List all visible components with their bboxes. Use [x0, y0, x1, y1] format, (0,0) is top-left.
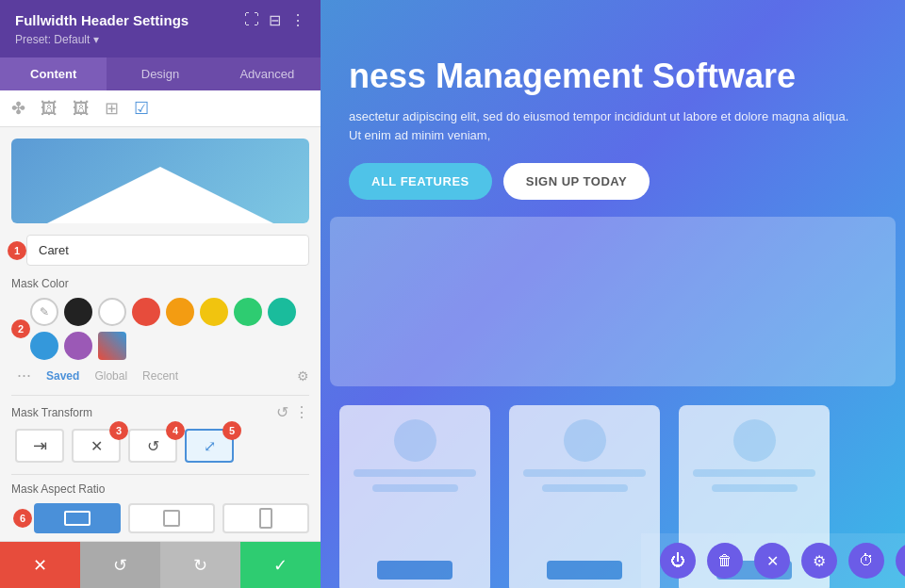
badge-1: 1 — [8, 241, 26, 260]
mask-transform-label: Mask Transform — [11, 406, 92, 419]
color-purple[interactable] — [64, 332, 92, 360]
all-features-button[interactable]: ALL FEATURES — [349, 163, 492, 200]
caret-shape — [47, 167, 273, 223]
color-yellow[interactable] — [200, 298, 228, 326]
wf-circle-2 — [564, 419, 606, 462]
panel-title: Fullwidth Header Settings — [15, 12, 189, 28]
aspect-wide-button[interactable] — [34, 503, 121, 533]
toolbar-icons-group: ⏻ 🗑 ✕ ⚙ ⏱ ≡ — [660, 543, 905, 579]
mask-shape-preview — [11, 139, 309, 223]
settings-button[interactable]: ⚙ — [801, 543, 837, 579]
badge-3: 3 — [109, 421, 128, 440]
color-eyedropper[interactable]: ✎ — [30, 298, 58, 326]
cursor-icon-tab[interactable]: ✤ — [11, 98, 25, 119]
tab-advanced[interactable]: Advanced — [214, 57, 321, 90]
rotate-button[interactable]: ↺ 4 — [128, 429, 177, 463]
cancel-button[interactable]: ✕ — [0, 542, 80, 588]
flip-h-button[interactable]: ⇥ — [15, 429, 64, 463]
color-swatches-row: 2 ✎ — [11, 298, 309, 360]
color-settings-icon[interactable]: ⚙ — [297, 368, 309, 384]
scale-button[interactable]: ⤢ 5 — [185, 429, 234, 463]
badge-6: 6 — [13, 509, 32, 528]
color-black[interactable] — [64, 298, 92, 326]
color-orange[interactable] — [166, 298, 194, 326]
panel-header: Fullwidth Header Settings ⛶ ⊟ ⋮ Preset: … — [0, 0, 321, 57]
color-teal[interactable] — [268, 298, 296, 326]
aspect-square-button[interactable] — [128, 503, 215, 533]
panel-body: 1 Caret Triangle Wave Arrow Mask Color 2… — [0, 235, 321, 541]
color-white[interactable] — [98, 298, 126, 326]
preview-content: ness Management Software asectetur adipi… — [321, 0, 905, 247]
tab-design[interactable]: Design — [107, 57, 213, 90]
close-button[interactable]: ✕ — [754, 543, 790, 579]
color-green[interactable] — [234, 298, 262, 326]
badge-5: 5 — [222, 421, 241, 440]
history-button[interactable]: ⏱ — [848, 543, 884, 579]
panel-bottom-bar: ✕ ↺ ↻ ✓ — [0, 541, 321, 588]
color-gradient-picker[interactable] — [98, 332, 126, 360]
aspect-ratio-row: 6 — [11, 503, 309, 533]
wf-line-3 — [523, 469, 646, 477]
color-tab-recent[interactable]: Recent — [142, 369, 178, 383]
tab-content[interactable]: Content — [0, 57, 107, 90]
color-red[interactable] — [132, 298, 160, 326]
settings-panel: Fullwidth Header Settings ⛶ ⊟ ⋮ Preset: … — [0, 0, 321, 588]
power-button[interactable]: ⏻ — [660, 543, 696, 579]
tall-icon — [259, 508, 272, 529]
divider-1 — [11, 395, 309, 396]
color-tabs-row: ··· Saved Global Recent ⚙ — [11, 366, 309, 385]
transform-buttons-row: ⇥ ✕ 3 ↺ 4 ⤢ 5 — [11, 429, 309, 463]
color-blue[interactable] — [30, 332, 58, 360]
panel-tabs: Content Design Advanced — [0, 57, 321, 90]
fullscreen-icon[interactable]: ⛶ — [244, 11, 259, 29]
sign-up-button[interactable]: SIGN UP TODAY — [503, 163, 650, 200]
mask-transform-action-icons: ↺ ⋮ — [276, 403, 309, 421]
wide-icon — [64, 511, 90, 526]
mask-preview — [11, 139, 309, 223]
wf-line-4 — [542, 484, 628, 492]
reset-icon[interactable]: ↺ — [276, 403, 288, 421]
wf-circle-1 — [394, 419, 436, 462]
more-icon[interactable]: ⋮ — [290, 11, 305, 29]
wf-btn-2 — [547, 561, 622, 580]
mask-transform-row: Mask Transform ↺ ⋮ — [11, 403, 309, 421]
preview-buttons: ALL FEATURES SIGN UP TODAY — [349, 163, 877, 200]
mask-color-label: Mask Color — [11, 277, 309, 290]
menu-button[interactable]: ≡ — [896, 543, 905, 579]
wf-line-1 — [354, 469, 476, 477]
panel-preset[interactable]: Preset: Default ▾ — [15, 33, 305, 46]
more-options-icon[interactable]: ⋮ — [294, 403, 309, 421]
icon-tabs-row: ✤ 🖼 🖼 ⊞ ☑ — [0, 90, 321, 127]
square-icon — [163, 510, 180, 527]
color-tab-saved[interactable]: Saved — [46, 369, 79, 383]
wf-line-2 — [372, 484, 458, 492]
split-icon[interactable]: ⊟ — [269, 11, 281, 29]
save-check-button[interactable]: ✓ — [240, 542, 321, 588]
redo-button[interactable]: ↻ — [160, 542, 240, 588]
preview-toolbar: ⏻ 🗑 ✕ ⚙ ⏱ ≡ 🔍 ↺ ? Save — [641, 533, 905, 588]
aspect-tall-button[interactable] — [222, 503, 309, 533]
undo-button[interactable]: ↺ — [80, 542, 160, 588]
checkbox-icon-tab[interactable]: ☑ — [134, 98, 149, 119]
mask-aspect-ratio-label-row: Mask Aspect Ratio — [11, 482, 309, 496]
divider-2 — [11, 474, 309, 475]
wf-line-6 — [712, 484, 798, 492]
panel-header-icons: ⛶ ⊟ ⋮ — [244, 11, 305, 29]
wireframe-card-2 — [509, 405, 660, 588]
preview-area: ness Management Software asectetur adipi… — [321, 0, 905, 588]
grid-icon-tab[interactable]: ⊞ — [105, 98, 119, 119]
wf-line-5 — [693, 469, 815, 477]
shape-select[interactable]: Caret Triangle Wave Arrow — [26, 235, 309, 266]
wf-circle-3 — [733, 419, 776, 462]
image-icon-tab[interactable]: 🖼 — [41, 99, 58, 119]
flip-v-button[interactable]: ✕ 3 — [72, 429, 121, 463]
delete-button[interactable]: 🗑 — [707, 543, 743, 579]
color-tab-global[interactable]: Global — [94, 369, 127, 383]
badge-4: 4 — [166, 421, 185, 440]
more-dots-button[interactable]: ··· — [17, 366, 31, 385]
photo-icon-tab[interactable]: 🖼 — [73, 99, 90, 119]
shape-select-row: 1 Caret Triangle Wave Arrow — [11, 235, 309, 266]
badge-2: 2 — [11, 319, 30, 338]
mask-aspect-ratio-label: Mask Aspect Ratio — [11, 482, 105, 496]
preview-subtitle: asectetur adipiscing elit, sed do eiusmo… — [349, 107, 877, 144]
